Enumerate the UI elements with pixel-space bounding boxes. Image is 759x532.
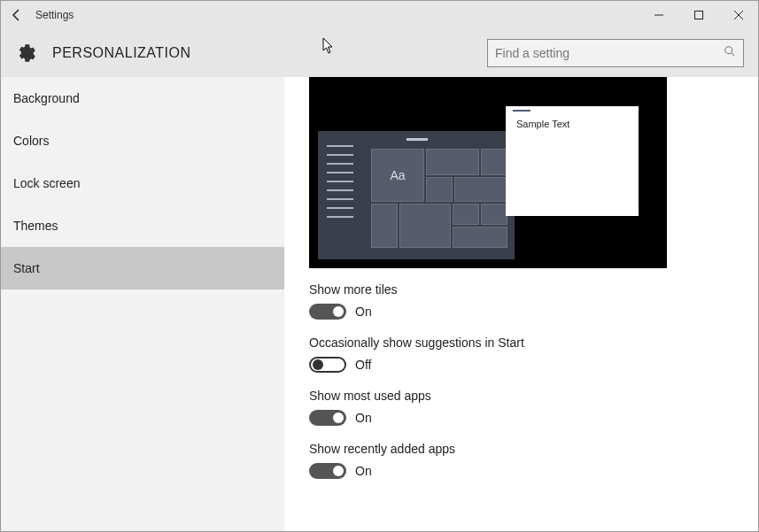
toggle-suggestions[interactable] <box>309 357 346 373</box>
toggle-state-text: On <box>355 305 372 319</box>
svg-rect-1 <box>694 12 702 19</box>
sidebar-item-label: Themes <box>13 219 58 233</box>
sidebar-item-start[interactable]: Start <box>1 247 284 289</box>
setting-label: Occasionally show suggestions in Start <box>309 335 758 350</box>
svg-line-5 <box>732 53 735 57</box>
window-title: Settings <box>35 9 74 21</box>
back-button[interactable] <box>1 1 33 29</box>
setting-recently-added: Show recently added apps On <box>309 442 758 479</box>
header: PERSONALIZATION <box>1 29 758 77</box>
sidebar: Background Colors Lock screen Themes Sta… <box>1 77 284 531</box>
preview-window-text: Sample Text <box>516 119 569 129</box>
toggle-state-text: On <box>355 464 372 478</box>
setting-label: Show recently added apps <box>309 442 758 456</box>
gear-icon <box>15 42 36 64</box>
sidebar-item-label: Colors <box>13 134 49 148</box>
sidebar-item-background[interactable]: Background <box>1 77 284 120</box>
sidebar-item-lock-screen[interactable]: Lock screen <box>1 162 284 204</box>
search-box[interactable] <box>487 39 744 67</box>
sidebar-item-label: Background <box>13 91 80 105</box>
setting-show-more-tiles: Show more tiles On <box>309 282 758 320</box>
maximize-button[interactable] <box>678 1 718 29</box>
preview-tile-aa: Aa <box>371 149 424 202</box>
setting-label: Show most used apps <box>309 389 758 403</box>
toggle-show-more-tiles[interactable] <box>309 304 346 320</box>
minimize-button[interactable] <box>639 1 678 29</box>
setting-suggestions: Occasionally show suggestions in Start O… <box>309 335 758 373</box>
toggle-state-text: Off <box>355 358 371 372</box>
toggle-state-text: On <box>355 411 372 425</box>
sidebar-item-label: Lock screen <box>13 176 80 190</box>
title-bar: Settings <box>1 1 758 29</box>
preview-window: Sample Text <box>506 106 639 216</box>
start-preview: Aa Sample Text <box>309 77 667 268</box>
sidebar-item-colors[interactable]: Colors <box>1 120 284 162</box>
content-area[interactable]: Aa Sample Text Show more tiles On <box>284 77 758 531</box>
setting-label: Show more tiles <box>309 282 758 297</box>
toggle-most-used[interactable] <box>309 410 346 426</box>
page-title: PERSONALIZATION <box>52 45 191 61</box>
sidebar-item-themes[interactable]: Themes <box>1 204 284 247</box>
close-button[interactable] <box>718 1 758 29</box>
search-icon <box>724 45 736 60</box>
toggle-recently-added[interactable] <box>309 463 346 479</box>
search-input[interactable] <box>495 46 724 60</box>
svg-point-4 <box>725 47 732 54</box>
sidebar-item-label: Start <box>13 261 40 275</box>
setting-most-used: Show most used apps On <box>309 389 758 426</box>
